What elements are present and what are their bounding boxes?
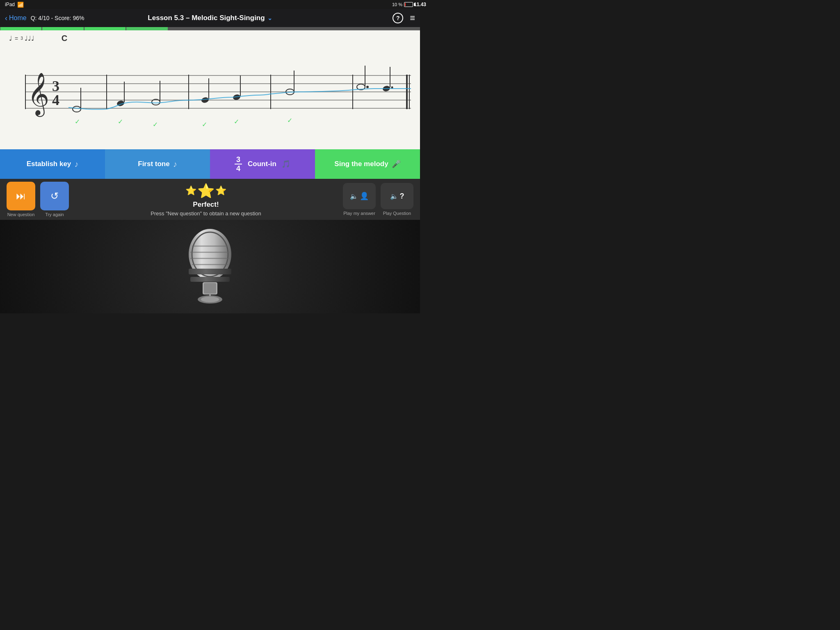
svg-rect-29 xyxy=(190,277,230,282)
svg-point-21 xyxy=(391,87,393,89)
check-6: ✓ xyxy=(287,117,292,124)
svg-point-19 xyxy=(366,86,369,88)
play-answer-icon: 🔈 👤 xyxy=(350,192,369,201)
music-note-icon-2: ♪ xyxy=(173,160,177,169)
controls-row: ⏭ New question ↺ Try again ⭐ ⭐ ⭐ Perfect… xyxy=(0,179,420,220)
score-display: Q: 4/10 - Score: 96% xyxy=(31,15,84,21)
play-question-icon: 🔈 ? xyxy=(390,192,404,201)
progress-seg-5 xyxy=(169,27,210,30)
mic-icon: 🎤 xyxy=(392,160,401,169)
status-bar: iPad 📶 11.43 10 % xyxy=(0,0,420,9)
try-again-label: Try again xyxy=(45,212,64,217)
progress-seg-6 xyxy=(210,27,251,30)
star-center: ⭐ xyxy=(197,183,215,199)
lesson-title-text: Lesson 5.3 – Melodic Sight-Singing xyxy=(148,14,265,22)
back-button[interactable]: ‹ Home xyxy=(5,14,27,23)
check-1: ✓ xyxy=(75,118,80,125)
check-2: ✓ xyxy=(118,118,123,125)
star-left: ⭐ xyxy=(185,185,196,196)
help-button[interactable]: ? xyxy=(393,13,403,23)
device-label: iPad xyxy=(5,2,15,7)
stars-display: ⭐ ⭐ ⭐ xyxy=(185,183,226,199)
check-4: ✓ xyxy=(202,121,207,128)
new-question-label: New question xyxy=(7,212,35,217)
tempo-note-icon: ♩ xyxy=(9,34,12,42)
svg-rect-28 xyxy=(189,269,231,274)
menu-button[interactable]: ≡ xyxy=(410,13,415,23)
note-1 xyxy=(73,106,81,112)
tempo-indicator: ♩ = 3 ♩♩♩ C xyxy=(9,34,415,43)
progress-seg-3 xyxy=(84,27,126,30)
play-question-button[interactable]: 🔈 ? xyxy=(381,183,413,209)
star-right: ⭐ xyxy=(215,185,226,196)
progress-seg-2 xyxy=(42,27,83,30)
progress-seg-9 xyxy=(336,27,377,30)
battery-icon xyxy=(404,2,415,7)
progress-bar xyxy=(0,27,420,30)
microphone-visual xyxy=(169,221,251,312)
count-in-fraction: 3 4 xyxy=(235,156,242,172)
svg-point-33 xyxy=(201,297,219,302)
wifi-icon: 📶 xyxy=(17,2,24,8)
feedback-area: ⭐ ⭐ ⭐ Perfect! Press "New question" to o… xyxy=(74,183,338,217)
progress-seg-4 xyxy=(126,27,167,30)
back-label: Home xyxy=(9,14,27,22)
microphone-area xyxy=(0,220,420,313)
play-question-label: Play Question xyxy=(383,211,411,216)
sing-melody-label: Sing the melody xyxy=(334,160,388,168)
check-3: ✓ xyxy=(153,121,158,128)
time-display: 11.43 xyxy=(414,2,420,7)
metronome-icon: 🎵 xyxy=(281,160,290,169)
lesson-title: Lesson 5.3 – Melodic Sight-Singing ⌄ xyxy=(148,14,272,22)
play-answer-label: Play my answer xyxy=(343,211,375,216)
new-question-button[interactable]: ⏭ xyxy=(7,182,35,210)
progress-seg-10 xyxy=(379,27,420,30)
feedback-sub-text: Press "New question" to obtain a new que… xyxy=(151,210,261,217)
sing-melody-button[interactable]: Sing the melody 🎤 xyxy=(315,149,420,179)
play-answer-button[interactable]: 🔈 👤 xyxy=(343,183,376,209)
note-4 xyxy=(201,96,210,103)
back-chevron-icon: ‹ xyxy=(5,14,7,23)
check-5: ✓ xyxy=(234,118,239,125)
music-note-icon-1: ♪ xyxy=(74,160,78,169)
skip-forward-icon: ⏭ xyxy=(16,190,26,202)
svg-rect-31 xyxy=(204,283,216,294)
action-buttons-row: Establish key ♪ First tone ♪ 3 4 Count-i… xyxy=(0,149,420,179)
first-tone-label: First tone xyxy=(138,160,169,168)
nav-bar: ‹ Home Q: 4/10 - Score: 96% Lesson 5.3 –… xyxy=(0,9,420,27)
time-sig-bottom: 4 xyxy=(52,92,59,108)
count-in-label: Count-in xyxy=(248,160,276,168)
treble-clef: 𝄞 xyxy=(27,73,49,117)
dropdown-icon[interactable]: ⌄ xyxy=(267,15,272,21)
retry-icon: ↺ xyxy=(50,190,59,202)
sheet-music-area: ♩ = 3 ♩♩♩ C 𝄞 3 4 xyxy=(0,30,420,149)
key-label: C xyxy=(62,34,67,43)
establish-key-button[interactable]: Establish key ♪ xyxy=(0,149,105,179)
count-in-button[interactable]: 3 4 Count-in 🎵 xyxy=(210,149,315,179)
staff-notation: 𝄞 3 4 ✓ ✓ ✓ xyxy=(5,43,415,133)
feedback-perfect-text: Perfect! xyxy=(193,201,219,209)
progress-seg-1 xyxy=(0,27,41,30)
battery-percent: 10 % xyxy=(392,2,402,7)
first-tone-button[interactable]: First tone ♪ xyxy=(105,149,210,179)
progress-seg-8 xyxy=(294,27,336,30)
establish-key-label: Establish key xyxy=(27,160,71,168)
try-again-button[interactable]: ↺ xyxy=(40,182,69,210)
tempo-equals: = xyxy=(15,35,18,42)
tempo-triplet-icon: 3 ♩♩♩ xyxy=(21,34,34,42)
progress-seg-7 xyxy=(252,27,293,30)
